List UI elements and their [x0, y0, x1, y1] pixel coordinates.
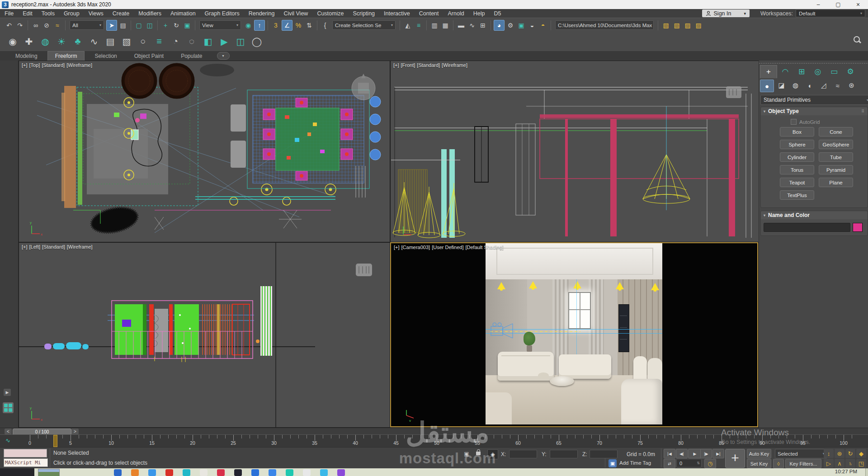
zoom-extents-all-icon[interactable]: ◆ — [856, 449, 866, 458]
orbit-icon[interactable]: ♄ — [845, 459, 855, 468]
viewport-front[interactable]: [+] [Front] [Standard] [Wireframe] — [390, 61, 759, 242]
curve-editor-icon[interactable]: ∿ — [467, 20, 477, 30]
maximize-button[interactable]: ▢ — [828, 0, 848, 9]
modify-tab[interactable]: ◠ — [777, 65, 793, 78]
percent-snap-icon[interactable]: % — [293, 20, 303, 30]
foliage-icon[interactable]: ♣ — [71, 35, 85, 48]
menu-item-arnold[interactable]: Arnold — [443, 9, 469, 18]
menu-item-civil-view[interactable]: Civil View — [279, 9, 312, 18]
spinner-icon[interactable]: ⇅ — [697, 461, 701, 465]
rendered-frame-icon[interactable]: ▣ — [516, 20, 526, 30]
window-crossing-icon[interactable]: ◫ — [145, 20, 155, 30]
viewport-left[interactable]: [+] [Left] [Standard] [Wireframe] — [19, 242, 390, 428]
viewport-layout-tab-icon[interactable] — [3, 402, 14, 413]
undo-icon[interactable]: ↶ — [4, 20, 14, 30]
ribbon-tab-freeform[interactable]: Freeform — [47, 51, 85, 61]
magnifier-icon[interactable] — [853, 35, 862, 44]
add-time-tag-label[interactable]: Add Time Tag — [619, 460, 651, 466]
taskbar-photo-thumbnail[interactable] — [38, 469, 60, 476]
object-color-swatch[interactable] — [853, 223, 863, 232]
select-and-rotate-icon[interactable]: ↻ — [171, 20, 181, 30]
angle-snap-icon[interactable]: ∠ — [282, 20, 292, 31]
film-camera-icon[interactable]: ◉ — [6, 35, 19, 48]
minimize-button[interactable]: – — [808, 0, 828, 9]
viewport-camera[interactable]: [+] [Camera003] [User Defined] [Default … — [390, 242, 758, 427]
taskbar-app-icon[interactable] — [303, 469, 311, 476]
cone-button[interactable]: Cone — [819, 127, 853, 137]
current-frame-field[interactable]: 0 ⇅ — [676, 459, 702, 467]
menu-item-scripting[interactable]: Scripting — [348, 9, 379, 18]
previous-frame-button[interactable]: ◀| — [676, 449, 688, 458]
workspace-dropdown[interactable]: Default ▾ — [796, 9, 865, 17]
viewport-pov-menu[interactable]: [Camera003] — [401, 245, 430, 250]
toggle-ribbon-icon[interactable]: ▬ — [456, 20, 466, 30]
zoom-icon[interactable]: ↕ — [824, 449, 834, 458]
viewport-type-menu[interactable]: [Standard] — [42, 244, 65, 250]
material-editor-icon[interactable]: ◕ — [494, 20, 505, 31]
select-by-name-icon[interactable]: ▤ — [118, 20, 128, 30]
x-coord-field[interactable] — [509, 450, 537, 458]
ribbon-minimize-button[interactable]: ▾ — [217, 52, 230, 60]
windows-taskbar[interactable]: 10:27 PM — [0, 468, 868, 476]
menu-item-create[interactable]: Create — [108, 9, 134, 18]
sphere-button[interactable]: Sphere — [780, 140, 814, 149]
current-frame-marker[interactable] — [53, 435, 57, 447]
maxscript-mini-listener-input[interactable]: MAXScript Mi — [4, 458, 48, 467]
key-mode-toggle-button[interactable]: ⇄ — [664, 459, 675, 468]
taskbar-app-icon[interactable] — [251, 469, 259, 476]
mini-curve-editor-icon[interactable]: ∿ — [5, 437, 10, 444]
state-set-icon-2[interactable]: ▧ — [672, 20, 682, 30]
viewport-type-menu[interactable]: [Standard] — [42, 62, 65, 68]
viewport-pov-menu[interactable]: [Front] — [401, 62, 415, 68]
align-icon[interactable]: ≡ — [414, 20, 424, 30]
taskbar-app-icon[interactable] — [286, 469, 293, 476]
menu-item-d5[interactable]: D5 — [489, 9, 505, 18]
time-configuration-button[interactable]: ◷ — [704, 459, 716, 468]
previous-frame-arrow[interactable]: < — [5, 429, 12, 434]
zoom-all-icon[interactable]: ⊛ — [835, 449, 844, 458]
show-desktop-button[interactable] — [865, 468, 868, 476]
torus-button[interactable]: Torus — [780, 165, 814, 174]
viewport-general-menu[interactable]: [+] — [22, 62, 28, 68]
taskbar-app-icon[interactable] — [269, 469, 276, 476]
taskbar-app-icon[interactable] — [131, 469, 139, 476]
selection-lock-icon[interactable] — [474, 448, 483, 457]
set-key-button[interactable]: Set Key — [747, 459, 771, 468]
menu-item-modifiers[interactable]: Modifiers — [134, 9, 166, 18]
y-coord-field[interactable] — [550, 450, 578, 458]
viewport-general-menu[interactable]: [+] — [22, 244, 28, 250]
display-tab[interactable]: ▭ — [826, 65, 842, 78]
geometry-category[interactable]: ● — [760, 80, 774, 92]
viewport-shading-menu[interactable]: [Wireframe] — [67, 244, 93, 250]
lights-category[interactable]: ◍ — [789, 80, 802, 91]
create-tab[interactable]: + — [760, 65, 777, 78]
sun-light-icon[interactable]: ☀ — [55, 35, 68, 48]
curve-tool-icon[interactable]: ∿ — [87, 35, 101, 48]
taskbar-app-icon[interactable] — [320, 469, 328, 476]
bind-to-space-warp-icon[interactable]: ≈ — [52, 20, 62, 30]
space-warps-category[interactable]: ≈ — [831, 80, 844, 91]
quad-view-icon[interactable]: ◫ — [234, 35, 247, 48]
play-button[interactable]: ▶ — [688, 449, 702, 458]
menu-item-content[interactable]: Content — [415, 9, 443, 18]
light-icon[interactable]: ◍ — [38, 35, 52, 48]
use-pivot-point-icon[interactable]: ◉ — [243, 20, 253, 30]
geosphere-button[interactable]: GeoSphere — [819, 140, 853, 149]
close-button[interactable]: × — [848, 0, 868, 9]
render-iterative-icon[interactable]: ◓ — [538, 20, 548, 30]
textplus-button[interactable]: TextPlus — [780, 190, 814, 200]
go-to-end-button[interactable]: ▶| — [712, 449, 724, 458]
redo-icon[interactable]: ↷ — [15, 20, 25, 30]
isolate-selection-icon[interactable]: ▣ — [462, 450, 471, 458]
shapes-category[interactable]: ◪ — [775, 80, 788, 91]
taskbar-app-icon[interactable] — [183, 469, 190, 476]
menu-item-interactive[interactable]: Interactive — [379, 9, 415, 18]
select-and-scale-icon[interactable]: ▣ — [182, 20, 192, 30]
layer-stack-icon[interactable]: ≡ — [152, 35, 166, 48]
select-and-move-icon[interactable]: + — [160, 20, 170, 30]
cylinder-button[interactable]: Cylinder — [780, 152, 814, 162]
maximize-viewport-icon[interactable]: ◳ — [856, 459, 866, 468]
teapot-button[interactable]: Teapot — [780, 178, 814, 187]
selection-filter-dropdown[interactable]: All▾ — [70, 20, 104, 30]
select-and-link-icon[interactable]: ∞ — [31, 20, 41, 30]
